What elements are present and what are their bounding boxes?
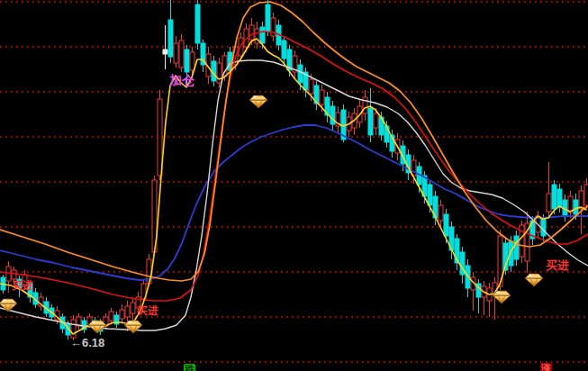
candle [195, 0, 200, 50]
candle [330, 101, 335, 131]
buy-signal-diamonds [0, 95, 543, 333]
candle [525, 212, 529, 273]
candle [77, 313, 81, 330]
moving-average-lines [0, 2, 588, 334]
candle [28, 281, 32, 303]
candle [82, 317, 86, 333]
candle [163, 25, 167, 69]
candle [174, 36, 178, 68]
candle [271, 13, 276, 41]
stock-chart-panel[interactable]: 加仓买进买进买进←6.18跌涨 [0, 0, 588, 371]
candle [455, 234, 459, 270]
candle [557, 184, 562, 213]
candle [520, 221, 524, 263]
candle [114, 312, 119, 328]
candle [314, 81, 319, 110]
candle [293, 50, 297, 79]
candle [568, 191, 573, 218]
candle [266, 0, 270, 36]
candle [547, 162, 551, 216]
candle [325, 92, 330, 122]
candle [482, 281, 486, 315]
candle [514, 231, 519, 266]
candle [487, 283, 492, 317]
candle [476, 279, 481, 313]
candle [6, 261, 11, 293]
ma-fast-yellow [0, 39, 586, 334]
candles [1, 0, 588, 340]
candle [109, 308, 113, 324]
candle [39, 293, 43, 311]
candle [17, 276, 22, 297]
candle [12, 267, 16, 284]
buy-signal-diamond-icon [0, 299, 17, 312]
candle [179, 34, 184, 72]
candle [185, 45, 189, 86]
candle [584, 178, 588, 209]
buy-signal-diamond-icon [249, 95, 267, 108]
candle [23, 270, 27, 290]
candle [168, 0, 173, 63]
candle [471, 272, 475, 311]
candle [201, 40, 205, 72]
candle [255, 22, 259, 49]
candle [363, 90, 367, 121]
buy-signal-diamond-icon [88, 321, 106, 333]
buy-signal-diamond-icon [525, 274, 543, 286]
candle [71, 315, 76, 340]
candlestick-chart[interactable] [0, 0, 588, 371]
candle [136, 292, 140, 313]
candle [282, 36, 286, 65]
candle [120, 304, 124, 324]
candle [336, 106, 340, 133]
candle [368, 88, 373, 142]
candle [217, 58, 222, 87]
